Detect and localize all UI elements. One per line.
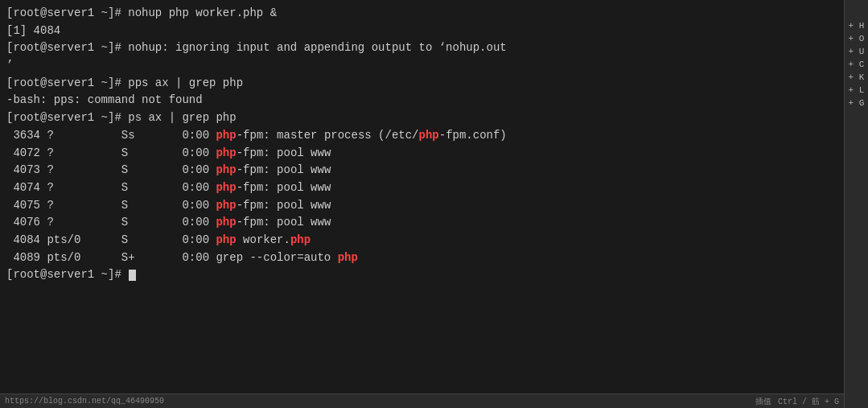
terminal-text: 4073 ? S 0:00 bbox=[6, 163, 216, 176]
terminal-line: [root@server1 ~]# nohup php worker.php & bbox=[6, 5, 837, 23]
terminal-text: 4072 ? S 0:00 bbox=[6, 146, 216, 159]
bottom-item-2: Ctrl / 筋 + G bbox=[778, 396, 839, 407]
sidebar-item[interactable]: + L bbox=[849, 85, 865, 95]
php-highlight: php bbox=[216, 216, 236, 229]
terminal-line: 4089 pts/0 S+ 0:00 grep --color=auto php bbox=[6, 249, 837, 267]
terminal-text: 4074 ? S 0:00 bbox=[6, 181, 216, 194]
terminal-text: [root@server1 ~]# pps ax | grep php bbox=[6, 76, 243, 89]
terminal-text: [root@server1 ~]# nohup: ignoring input … bbox=[6, 41, 507, 54]
bottom-item-1: 插值 bbox=[755, 396, 771, 407]
terminal: [root@server1 ~]# nohup php worker.php &… bbox=[0, 0, 844, 408]
terminal-text: -fpm.conf) bbox=[439, 129, 507, 142]
terminal-text: -fpm: pool www bbox=[237, 181, 331, 194]
terminal-text: 4076 ? S 0:00 bbox=[6, 216, 216, 229]
php-highlight: php bbox=[216, 199, 236, 212]
cursor bbox=[129, 270, 136, 281]
terminal-line: [root@server1 ~]# ps ax | grep php bbox=[6, 109, 837, 127]
terminal-line: 4084 pts/0 S 0:00 php worker.php bbox=[6, 232, 837, 249]
terminal-line: [root@server1 ~]# bbox=[6, 266, 837, 284]
terminal-text: -bash: pps: command not found bbox=[6, 93, 203, 106]
terminal-line: 4076 ? S 0:00 php-fpm: pool www bbox=[6, 214, 837, 232]
terminal-line: ’ bbox=[6, 57, 837, 75]
terminal-text: 4075 ? S 0:00 bbox=[6, 199, 216, 212]
terminal-text: [root@server1 ~]# ps ax | grep php bbox=[6, 111, 237, 124]
terminal-text: [root@server1 ~]# bbox=[6, 268, 128, 281]
terminal-text: [root@server1 ~]# nohup php worker.php & bbox=[6, 6, 277, 19]
sidebar-item[interactable]: + C bbox=[849, 60, 865, 69]
sidebar-top-label: 甘特图 bbox=[851, 3, 862, 10]
terminal-text: 4084 pts/0 S 0:00 bbox=[6, 233, 216, 246]
php-highlight: php bbox=[338, 251, 358, 264]
sidebar-item[interactable]: + U bbox=[849, 47, 865, 56]
terminal-line: [1] 4084 bbox=[6, 23, 837, 40]
php-highlight: php bbox=[290, 233, 311, 246]
bottom-right-items: 插值 Ctrl / 筋 + G bbox=[755, 396, 839, 407]
php-highlight: php bbox=[216, 163, 236, 176]
terminal-text: worker. bbox=[237, 233, 290, 246]
sidebar-item[interactable]: + H bbox=[849, 21, 865, 31]
php-highlight: php bbox=[216, 181, 236, 194]
terminal-line: 4074 ? S 0:00 php-fpm: pool www bbox=[6, 179, 837, 197]
terminal-line: [root@server1 ~]# nohup: ignoring input … bbox=[6, 39, 837, 57]
terminal-text: ’ bbox=[6, 59, 13, 72]
bottom-bar: https://blog.csdn.net/qq_46490950 插值 Ctr… bbox=[0, 394, 844, 408]
terminal-text: 4089 pts/0 S+ 0:00 grep --color=auto bbox=[6, 251, 338, 264]
terminal-line: -bash: pps: command not found bbox=[6, 92, 837, 109]
terminal-text: -fpm: pool www bbox=[237, 146, 331, 159]
php-highlight: php bbox=[216, 129, 236, 142]
terminal-line: 4075 ? S 0:00 php-fpm: pool www bbox=[6, 197, 837, 215]
terminal-text: -fpm: pool www bbox=[237, 199, 331, 212]
terminal-line: 3634 ? Ss 0:00 php-fpm: master process (… bbox=[6, 127, 837, 145]
terminal-line: 4072 ? S 0:00 php-fpm: pool www bbox=[6, 145, 837, 163]
bottom-url: https://blog.csdn.net/qq_46490950 bbox=[5, 397, 746, 406]
php-highlight: php bbox=[216, 146, 236, 159]
terminal-text: 3634 ? Ss 0:00 bbox=[6, 129, 216, 142]
sidebar: 甘特图 + H+ O+ U+ C+ K+ L+ G bbox=[844, 0, 868, 408]
terminal-line: [root@server1 ~]# pps ax | grep php bbox=[6, 75, 837, 93]
terminal-line: 4073 ? S 0:00 php-fpm: pool www bbox=[6, 162, 837, 179]
terminal-text: -fpm: pool www bbox=[237, 216, 331, 229]
sidebar-items: + H+ O+ U+ C+ K+ L+ G bbox=[849, 21, 865, 108]
php-highlight: php bbox=[216, 233, 236, 246]
sidebar-item[interactable]: + K bbox=[849, 72, 865, 82]
php-highlight: php bbox=[419, 129, 439, 142]
sidebar-item[interactable]: + G bbox=[849, 98, 865, 108]
terminal-text: [1] 4084 bbox=[6, 24, 60, 37]
terminal-text: -fpm: master process (/etc/ bbox=[237, 129, 419, 142]
sidebar-item[interactable]: + O bbox=[849, 34, 865, 43]
terminal-text: -fpm: pool www bbox=[237, 163, 331, 176]
